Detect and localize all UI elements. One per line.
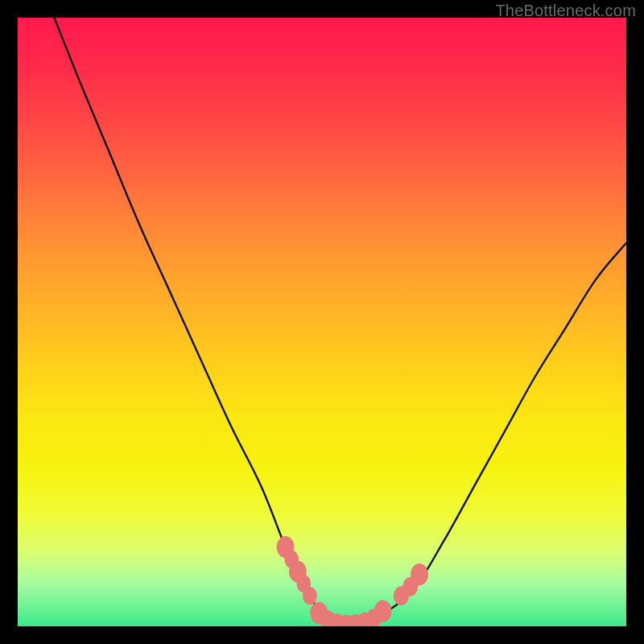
curve-markers	[277, 536, 428, 626]
curve-marker	[411, 564, 428, 585]
curve-marker	[303, 587, 317, 605]
curve-marker	[374, 601, 392, 622]
watermark-text: TheBottleneck.com	[495, 2, 636, 20]
chart-frame: TheBottleneck.com	[0, 0, 644, 644]
bottleneck-curve	[54, 18, 626, 625]
plot-area	[18, 18, 626, 626]
bottleneck-curve-svg	[18, 18, 626, 626]
